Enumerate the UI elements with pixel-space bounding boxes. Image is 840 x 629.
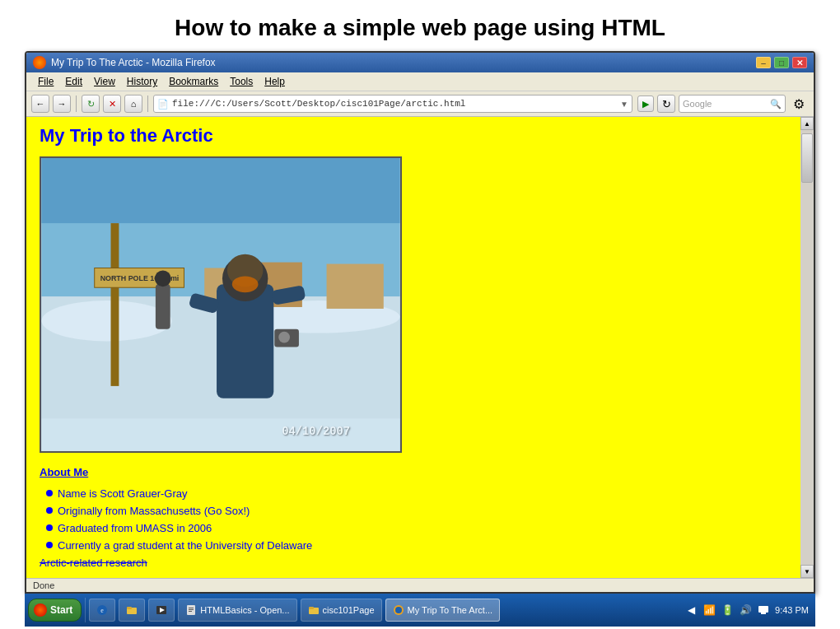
- menu-tools[interactable]: Tools: [225, 74, 258, 89]
- home-button[interactable]: ⌂: [124, 95, 142, 113]
- taskbar-button-cisc101[interactable]: cisc101Page: [301, 599, 382, 622]
- firefox-icon: [33, 56, 46, 69]
- taskbar-button-htmlbasics-label: HTMLBasics - Open...: [200, 605, 289, 615]
- taskbar-icon-media: [156, 604, 167, 616]
- search-bar[interactable]: Google 🔍: [679, 95, 786, 113]
- back-button[interactable]: ←: [31, 95, 49, 113]
- svg-point-20: [155, 270, 171, 287]
- title-bar-left: My Trip To The Arctic - Mozilla Firefox: [33, 56, 216, 69]
- arctic-research-text: Arctic-related research: [40, 557, 787, 569]
- browser-content: My Trip to the Arctic NORTH POLE 1: [26, 117, 814, 578]
- menu-edit[interactable]: Edit: [60, 74, 87, 89]
- search-icon[interactable]: 🔍: [770, 99, 782, 109]
- list-item: Name is Scott Grauer-Gray: [46, 487, 787, 500]
- svg-rect-10: [327, 264, 384, 309]
- svg-rect-22: [41, 418, 399, 451]
- bullet-icon: [46, 490, 53, 496]
- svg-rect-1: [41, 158, 399, 223]
- scrollbar-track: [800, 130, 814, 565]
- go-button[interactable]: ▶: [637, 96, 654, 112]
- forward-button[interactable]: →: [53, 95, 71, 113]
- tray-icon-display[interactable]: [757, 603, 770, 617]
- taskbar-quick-launch-3[interactable]: [148, 599, 175, 622]
- menu-history[interactable]: History: [122, 74, 162, 89]
- address-bar[interactable]: 📄 file:///C:/Users/Scott/Desktop/cisc101…: [153, 95, 632, 113]
- content-area: My Trip to the Arctic NORTH POLE 1: [26, 117, 800, 578]
- taskbar-icon-folder2: [308, 604, 320, 616]
- reload-btn-2[interactable]: ↻: [657, 95, 675, 113]
- minimize-button[interactable]: –: [756, 57, 771, 68]
- scrollbar[interactable]: ▲ ▼: [800, 117, 814, 578]
- svg-rect-32: [189, 611, 192, 612]
- taskbar-quick-launch-2[interactable]: [119, 599, 145, 622]
- tray-icon-network[interactable]: ◀: [684, 603, 698, 617]
- about-list: Name is Scott Grauer-Gray Originally fro…: [40, 487, 787, 552]
- search-placeholder: Google: [683, 99, 770, 109]
- nav-bar: ← → ↻ ✕ ⌂ 📄 file:///C:/Users/Scott/Deskt…: [26, 91, 814, 117]
- svg-point-18: [278, 332, 290, 343]
- svg-rect-38: [761, 613, 766, 614]
- bullet-icon: [46, 524, 53, 531]
- menu-file[interactable]: File: [33, 74, 58, 89]
- browser-window: My Trip To The Arctic - Mozilla Firefox …: [25, 51, 815, 594]
- taskbar-icon-ie: e: [96, 604, 108, 616]
- tray-icon-battery[interactable]: 🔋: [721, 603, 734, 617]
- svg-point-36: [395, 607, 402, 613]
- list-item: Originally from Massachusetts (Go Sox!): [46, 505, 787, 517]
- arctic-photo: NORTH POLE 109.8 mi: [40, 156, 402, 453]
- title-bar: My Trip To The Arctic - Mozilla Firefox …: [26, 53, 814, 72]
- about-me-link[interactable]: About Me: [40, 466, 88, 478]
- taskbar-icon-doc: [185, 604, 197, 616]
- tray-icon-wifi[interactable]: 📶: [702, 603, 716, 617]
- taskbar-button-cisc101-label: cisc101Page: [323, 605, 375, 615]
- svg-rect-37: [758, 606, 768, 613]
- scrollbar-up-button[interactable]: ▲: [800, 117, 814, 130]
- scrollbar-down-button[interactable]: ▼: [800, 565, 814, 578]
- taskbar-quick-launch-1[interactable]: e: [89, 599, 115, 622]
- menu-bookmarks[interactable]: Bookmarks: [164, 74, 223, 89]
- address-page-icon: 📄: [157, 99, 169, 109]
- svg-point-14: [232, 276, 259, 292]
- close-button[interactable]: ✕: [792, 57, 807, 68]
- settings-icon[interactable]: ⚙: [789, 94, 809, 114]
- windows-logo-icon: [34, 603, 47, 617]
- taskbar-icon-folder: [126, 604, 138, 616]
- menu-help[interactable]: Help: [259, 74, 290, 89]
- system-clock: 9:43 PM: [775, 604, 809, 616]
- list-item: Graduated from UMASS in 2006: [46, 522, 787, 534]
- taskbar-button-mytrip-label: My Trip To The Arct...: [408, 605, 493, 615]
- title-bar-text: My Trip To The Arctic - Mozilla Firefox: [51, 57, 216, 68]
- nav-separator-1: [76, 96, 77, 112]
- nav-separator-2: [147, 96, 148, 112]
- about-section: About Me Name is Scott Grauer-Gray Origi…: [40, 464, 787, 569]
- taskbar-button-mytrip[interactable]: My Trip To The Arct...: [385, 599, 501, 622]
- stop-button[interactable]: ✕: [103, 95, 121, 113]
- svg-rect-30: [189, 608, 194, 608]
- taskbar-button-htmlbasics[interactable]: HTMLBasics - Open...: [178, 599, 296, 622]
- status-text: Done: [33, 580, 54, 590]
- start-label: Start: [50, 604, 72, 616]
- start-button[interactable]: Start: [28, 599, 82, 622]
- svg-text:e: e: [101, 607, 105, 614]
- svg-rect-26: [127, 607, 132, 609]
- taskbar-separator: [85, 598, 86, 622]
- system-tray: ◀ 📶 🔋 🔊 9:43 PM: [681, 603, 812, 617]
- menu-view[interactable]: View: [89, 74, 120, 89]
- svg-rect-5: [111, 223, 119, 386]
- address-dropdown-icon[interactable]: ▼: [620, 100, 628, 109]
- svg-rect-19: [156, 284, 170, 328]
- svg-point-3: [41, 301, 171, 341]
- svg-rect-31: [189, 609, 194, 610]
- scrollbar-thumb[interactable]: [801, 133, 813, 183]
- list-item: Currently a grad student at the Universi…: [46, 539, 787, 552]
- page-title: How to make a simple web page using HTML: [0, 0, 840, 51]
- webpage-heading: My Trip to the Arctic: [40, 125, 787, 147]
- tray-icon-volume[interactable]: 🔊: [739, 603, 752, 617]
- maximize-button[interactable]: □: [774, 57, 789, 68]
- bullet-icon: [46, 542, 53, 548]
- refresh-button[interactable]: ↻: [82, 95, 100, 113]
- status-bar: Done: [26, 578, 814, 592]
- svg-rect-34: [309, 607, 314, 609]
- title-bar-controls: – □ ✕: [756, 57, 807, 68]
- bullet-icon: [46, 507, 53, 514]
